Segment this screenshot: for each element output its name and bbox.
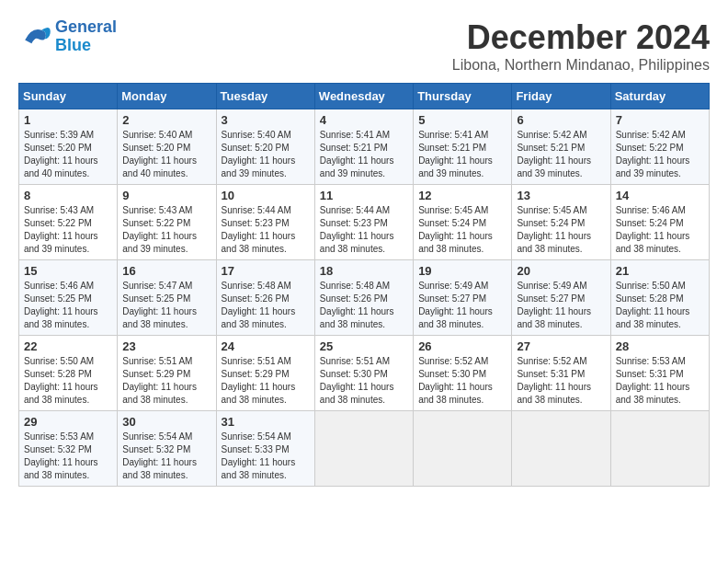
calendar-week-4: 22 Sunrise: 5:50 AM Sunset: 5:28 PM Dayl… (19, 336, 710, 411)
sunset-label: Sunset: 5:21 PM (418, 143, 486, 153)
day-number: 11 (320, 189, 408, 202)
day-info: Sunrise: 5:46 AM Sunset: 5:25 PM Dayligh… (24, 280, 112, 331)
logo: General Blue (18, 18, 117, 55)
day-number: 17 (222, 264, 310, 278)
daylight-label: Daylight: 11 hours and 38 minutes. (517, 382, 591, 405)
sunset-label: Sunset: 5:23 PM (222, 218, 290, 228)
sunset-label: Sunset: 5:31 PM (517, 369, 585, 379)
day-info: Sunrise: 5:42 AM Sunset: 5:21 PM Dayligh… (517, 129, 605, 180)
table-row: 8 Sunrise: 5:43 AM Sunset: 5:22 PM Dayli… (19, 185, 118, 260)
day-info: Sunrise: 5:49 AM Sunset: 5:27 PM Dayligh… (418, 280, 506, 331)
title-section: December 2024 Libona, Northern Mindanao,… (452, 18, 710, 74)
sunrise-label: Sunrise: 5:51 AM (122, 356, 192, 366)
table-row: 23 Sunrise: 5:51 AM Sunset: 5:29 PM Dayl… (118, 336, 216, 411)
col-friday: Friday (512, 84, 610, 109)
page-title: December 2024 (452, 18, 710, 57)
day-info: Sunrise: 5:52 AM Sunset: 5:30 PM Dayligh… (418, 355, 506, 407)
day-info: Sunrise: 5:41 AM Sunset: 5:21 PM Dayligh… (320, 129, 408, 180)
sunrise-label: Sunrise: 5:47 AM (122, 281, 192, 291)
table-row: 21 Sunrise: 5:50 AM Sunset: 5:28 PM Dayl… (610, 260, 709, 336)
daylight-label: Daylight: 11 hours and 39 minutes. (122, 231, 197, 254)
calendar-header: Sunday Monday Tuesday Wednesday Thursday… (19, 84, 710, 109)
page-subtitle: Libona, Northern Mindanao, Philippines (452, 57, 710, 74)
col-saturday: Saturday (610, 84, 709, 109)
col-monday: Monday (118, 84, 216, 109)
day-number: 25 (320, 339, 408, 353)
table-row: 12 Sunrise: 5:45 AM Sunset: 5:24 PM Dayl… (414, 185, 512, 260)
table-row: 10 Sunrise: 5:44 AM Sunset: 5:23 PM Dayl… (216, 185, 314, 260)
day-info: Sunrise: 5:54 AM Sunset: 5:32 PM Dayligh… (122, 431, 210, 482)
table-row: 20 Sunrise: 5:49 AM Sunset: 5:27 PM Dayl… (512, 260, 610, 336)
day-info: Sunrise: 5:41 AM Sunset: 5:21 PM Dayligh… (418, 129, 506, 180)
sunset-label: Sunset: 5:27 PM (517, 293, 585, 304)
table-row: 28 Sunrise: 5:53 AM Sunset: 5:31 PM Dayl… (610, 336, 709, 411)
daylight-label: Daylight: 11 hours and 39 minutes. (24, 231, 98, 254)
sunset-label: Sunset: 5:21 PM (320, 143, 388, 153)
day-number: 19 (418, 264, 506, 278)
sunset-label: Sunset: 5:33 PM (222, 444, 290, 454)
day-number: 20 (517, 264, 605, 278)
daylight-label: Daylight: 11 hours and 38 minutes. (320, 231, 394, 254)
table-row: 19 Sunrise: 5:49 AM Sunset: 5:27 PM Dayl… (414, 260, 512, 336)
sunrise-label: Sunrise: 5:41 AM (418, 130, 488, 140)
sunrise-label: Sunrise: 5:45 AM (418, 205, 488, 215)
day-number: 3 (222, 113, 310, 127)
day-number: 26 (418, 339, 506, 353)
sunset-label: Sunset: 5:32 PM (24, 444, 92, 454)
daylight-label: Daylight: 11 hours and 38 minutes. (320, 382, 394, 405)
day-info: Sunrise: 5:45 AM Sunset: 5:24 PM Dayligh… (418, 204, 506, 256)
sunrise-label: Sunrise: 5:50 AM (24, 356, 94, 366)
daylight-label: Daylight: 11 hours and 38 minutes. (222, 231, 296, 254)
sunset-label: Sunset: 5:28 PM (616, 293, 684, 304)
day-number: 27 (517, 339, 605, 353)
day-info: Sunrise: 5:44 AM Sunset: 5:23 PM Dayligh… (222, 204, 310, 256)
day-number: 29 (24, 415, 112, 429)
table-row: 27 Sunrise: 5:52 AM Sunset: 5:31 PM Dayl… (512, 336, 610, 411)
sunset-label: Sunset: 5:31 PM (616, 369, 684, 379)
table-row: 24 Sunrise: 5:51 AM Sunset: 5:29 PM Dayl… (216, 336, 314, 411)
sunrise-label: Sunrise: 5:50 AM (616, 281, 686, 291)
day-info: Sunrise: 5:50 AM Sunset: 5:28 PM Dayligh… (616, 280, 704, 331)
daylight-label: Daylight: 11 hours and 40 minutes. (24, 155, 98, 178)
daylight-label: Daylight: 11 hours and 38 minutes. (616, 382, 690, 405)
day-info: Sunrise: 5:46 AM Sunset: 5:24 PM Dayligh… (616, 204, 704, 256)
daylight-label: Daylight: 11 hours and 39 minutes. (222, 155, 296, 178)
day-number: 18 (320, 264, 408, 278)
sunrise-label: Sunrise: 5:53 AM (616, 356, 686, 366)
calendar-week-1: 1 Sunrise: 5:39 AM Sunset: 5:20 PM Dayli… (19, 109, 710, 185)
table-row: 16 Sunrise: 5:47 AM Sunset: 5:25 PM Dayl… (118, 260, 216, 336)
day-number: 7 (616, 113, 704, 127)
calendar-week-2: 8 Sunrise: 5:43 AM Sunset: 5:22 PM Dayli… (19, 185, 710, 260)
day-info: Sunrise: 5:51 AM Sunset: 5:30 PM Dayligh… (320, 355, 408, 407)
sunset-label: Sunset: 5:29 PM (222, 369, 290, 379)
calendar-body: 1 Sunrise: 5:39 AM Sunset: 5:20 PM Dayli… (19, 109, 710, 487)
table-row (314, 411, 413, 487)
day-number: 30 (122, 415, 210, 429)
logo-text: General Blue (55, 18, 117, 55)
day-info: Sunrise: 5:48 AM Sunset: 5:26 PM Dayligh… (320, 280, 408, 331)
table-row: 31 Sunrise: 5:54 AM Sunset: 5:33 PM Dayl… (216, 411, 314, 487)
sunset-label: Sunset: 5:30 PM (320, 369, 388, 379)
daylight-label: Daylight: 11 hours and 38 minutes. (122, 306, 197, 329)
sunrise-label: Sunrise: 5:44 AM (320, 205, 390, 215)
day-number: 16 (122, 264, 210, 278)
day-info: Sunrise: 5:40 AM Sunset: 5:20 PM Dayligh… (222, 129, 310, 180)
sunrise-label: Sunrise: 5:54 AM (122, 431, 192, 442)
day-info: Sunrise: 5:52 AM Sunset: 5:31 PM Dayligh… (517, 355, 605, 407)
day-number: 14 (616, 189, 704, 202)
table-row: 11 Sunrise: 5:44 AM Sunset: 5:23 PM Dayl… (314, 185, 413, 260)
day-number: 10 (222, 189, 310, 202)
table-row: 29 Sunrise: 5:53 AM Sunset: 5:32 PM Dayl… (19, 411, 118, 487)
sunrise-label: Sunrise: 5:40 AM (222, 130, 291, 140)
day-info: Sunrise: 5:53 AM Sunset: 5:32 PM Dayligh… (24, 431, 112, 482)
daylight-label: Daylight: 11 hours and 39 minutes. (320, 155, 394, 178)
day-number: 8 (24, 189, 112, 202)
sunrise-label: Sunrise: 5:43 AM (24, 205, 94, 215)
sunrise-label: Sunrise: 5:39 AM (24, 130, 94, 140)
day-number: 22 (24, 339, 112, 353)
page-header: General Blue December 2024 Libona, North… (18, 18, 710, 74)
table-row (610, 411, 709, 487)
table-row: 1 Sunrise: 5:39 AM Sunset: 5:20 PM Dayli… (19, 109, 118, 185)
sunset-label: Sunset: 5:22 PM (122, 218, 190, 228)
day-info: Sunrise: 5:54 AM Sunset: 5:33 PM Dayligh… (222, 431, 310, 482)
